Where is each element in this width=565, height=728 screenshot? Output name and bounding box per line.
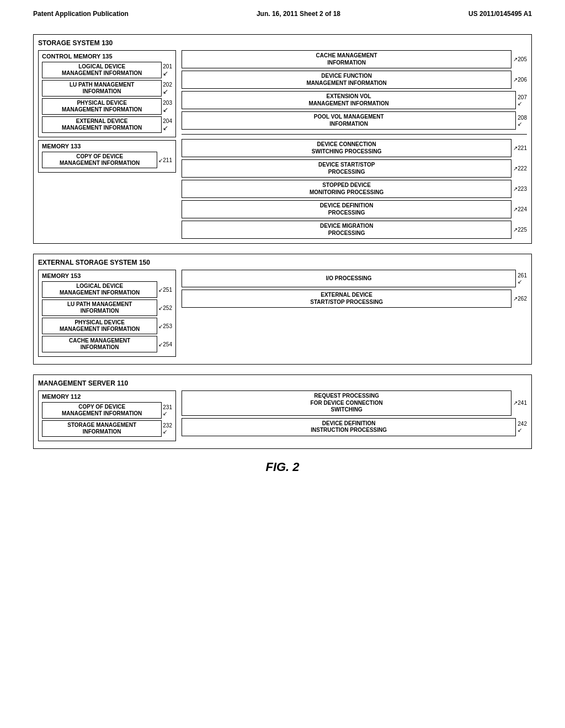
mgmt-mem-item-0: COPY OF DEVICEMANAGEMENT INFORMATION 231… (42, 402, 172, 419)
ext-right-ref-1: ↗262 (513, 296, 527, 302)
ctrl-ref-3: 204 (163, 118, 172, 124)
ctrl-ref-2: 203 (163, 100, 172, 106)
right-bot-ref-3: ↗224 (513, 206, 527, 212)
right-top-row-0: CACHE MANAGEMENTINFORMATION ↗205 (182, 50, 527, 68)
ext-mem-ref-1: ↙252 (158, 305, 172, 311)
ext-right-ref-0: 261↙ (518, 272, 527, 285)
right-top-label-3: POOL VOL MANAGEMENTINFORMATION (182, 111, 516, 130)
right-top-ref-1: ↗206 (513, 77, 527, 83)
ext-mem-label-1: LU PATH MANAGEMENTINFORMATION (42, 299, 157, 316)
mgmt-mem-ref-0: 231↙ (163, 404, 172, 416)
ext-mem-ref-0: ↙251 (158, 287, 172, 293)
ctrl-item-3: EXTERNAL DEVICEMANAGEMENT INFORMATION 20… (42, 116, 172, 133)
mgmt-memory-box: MEMORY 112 COPY OF DEVICEMANAGEMENT INFO… (38, 390, 176, 441)
ctrl-item-1: LU PATH MANAGEMENTINFORMATION 202 ↙ (42, 80, 172, 97)
ext-mem-item-1: LU PATH MANAGEMENTINFORMATION ↙252 (42, 299, 172, 316)
right-bot-row-0: DEVICE CONNECTIONSWITCHING PROCESSING ↗2… (182, 139, 527, 157)
ext-right-row-1: EXTERNAL DEVICESTART/STOP PROCESSING ↗26… (182, 290, 527, 308)
header-right: US 2011/0145495 A1 (468, 10, 532, 18)
mgmt-right-label-1: DEVICE DEFINITIONINSTRUCTION PROCESSING (182, 418, 516, 436)
ctrl-label-2: PHYSICAL DEVICEMANAGEMENT INFORMATION (42, 98, 162, 115)
header-left: Patent Application Publication (33, 10, 129, 18)
ext-memory-title: MEMORY 153 (42, 272, 172, 279)
page-header: Patent Application Publication Jun. 16, … (0, 0, 565, 23)
right-bottom-procs: DEVICE CONNECTIONSWITCHING PROCESSING ↗2… (182, 139, 527, 239)
header-center: Jun. 16, 2011 Sheet 2 of 18 (257, 10, 340, 18)
memory-133-title: MEMORY 133 (42, 143, 172, 149)
right-top-row-2: EXTENSION VOLMANAGEMENT INFORMATION 207↙ (182, 91, 527, 109)
external-storage-box: EXTERNAL STORAGE SYSTEM 150 MEMORY 153 L… (33, 254, 532, 365)
right-bot-row-1: DEVICE START/STOPPROCESSING ↗222 (182, 159, 527, 178)
right-top-ref-0: ↗205 (513, 56, 527, 62)
mgmt-memory-title: MEMORY 112 (42, 393, 172, 400)
ext-mem-ref-3: ↙254 (158, 341, 172, 347)
ctrl-label-3: EXTERNAL DEVICEMANAGEMENT INFORMATION (42, 116, 162, 133)
storage-left-col: CONTROL MEMORY 135 LOGICAL DEVICEMANAGEM… (38, 50, 176, 239)
mgmt-right-ref-0: ↗241 (513, 400, 527, 406)
right-bot-label-2: STOPPED DEVICEMONITORING PROCESSING (182, 180, 511, 198)
right-top-label-0: CACHE MANAGEMENTINFORMATION (182, 50, 511, 68)
mem-item-0: COPY OF DEVICEMANAGEMENT INFORMATION ↙21… (42, 152, 172, 168)
right-bot-ref-0: ↗221 (513, 145, 527, 151)
ctrl-arrow-2: ↙ (163, 106, 168, 114)
ext-left-col: MEMORY 153 LOGICAL DEVICEMANAGEMENT INFO… (38, 270, 176, 360)
ctrl-ref-0: 201 (163, 63, 172, 69)
mgmt-right-col: REQUEST PROCESSINGFOR DEVICE CONNECTIONS… (182, 390, 527, 444)
management-server-box: MANAGEMENT SERVER 110 MEMORY 112 COPY OF… (33, 374, 532, 449)
ext-mem-item-3: CACHE MANAGEMENTINFORMATION ↙254 (42, 336, 172, 352)
right-bot-label-4: DEVICE MIGRATIONPROCESSING (182, 221, 511, 239)
mgmt-right-procs: REQUEST PROCESSINGFOR DEVICE CONNECTIONS… (182, 390, 527, 436)
right-top-label-1: DEVICE FUNCTIONMANAGEMENT INFORMATION (182, 71, 511, 89)
mgmt-mem-item-1: STORAGE MANAGEMENTINFORMATION 232↙ (42, 420, 172, 437)
right-bot-ref-4: ↗225 (513, 227, 527, 233)
ctrl-arrow-0: ↙ (163, 69, 168, 77)
right-bot-row-3: DEVICE DEFINITIONPROCESSING ↗224 (182, 200, 527, 218)
ctrl-item-0: LOGICAL DEVICEMANAGEMENT INFORMATION 201… (42, 62, 172, 78)
ctrl-arrow-1: ↙ (163, 88, 168, 95)
mgmt-right-ref-1: 242↙ (518, 421, 527, 433)
right-bot-ref-1: ↗222 (513, 165, 527, 172)
storage-top-layout: CONTROL MEMORY 135 LOGICAL DEVICEMANAGEM… (38, 50, 527, 239)
storage-system-box: STORAGE SYSTEM 130 CONTROL MEMORY 135 LO… (33, 34, 532, 244)
control-memory-box: CONTROL MEMORY 135 LOGICAL DEVICEMANAGEM… (38, 50, 176, 137)
mgmt-layout: MEMORY 112 COPY OF DEVICEMANAGEMENT INFO… (38, 390, 527, 444)
ext-memory-box: MEMORY 153 LOGICAL DEVICEMANAGEMENT INFO… (38, 270, 176, 357)
mem-label-0: COPY OF DEVICEMANAGEMENT INFORMATION (42, 152, 157, 168)
ext-mem-label-3: CACHE MANAGEMENTINFORMATION (42, 336, 157, 352)
right-divider (182, 134, 527, 135)
main-content: STORAGE SYSTEM 130 CONTROL MEMORY 135 LO… (0, 23, 565, 485)
external-storage-title: EXTERNAL STORAGE SYSTEM 150 (38, 259, 527, 266)
ext-mem-label-2: PHYSICAL DEVICEMANAGEMENT INFORMATION (42, 318, 157, 334)
right-top-label-2: EXTENSION VOLMANAGEMENT INFORMATION (182, 91, 516, 109)
right-bot-ref-2: ↗223 (513, 186, 527, 192)
right-bot-label-3: DEVICE DEFINITIONPROCESSING (182, 200, 511, 218)
ext-mem-label-0: LOGICAL DEVICEMANAGEMENT INFORMATION (42, 281, 157, 298)
right-top-ref-3: 208↙ (518, 115, 527, 127)
right-bot-row-4: DEVICE MIGRATIONPROCESSING ↗225 (182, 221, 527, 239)
ext-right-procs: I/O PROCESSING 261↙ EXTERNAL DEVICESTART… (182, 270, 527, 308)
mgmt-mem-label-1: STORAGE MANAGEMENTINFORMATION (42, 420, 162, 437)
right-bot-label-0: DEVICE CONNECTIONSWITCHING PROCESSING (182, 139, 511, 157)
mgmt-mem-ref-1: 232↙ (163, 422, 172, 435)
right-bot-row-2: STOPPED DEVICEMONITORING PROCESSING ↗223 (182, 180, 527, 198)
ext-mem-item-0: LOGICAL DEVICEMANAGEMENT INFORMATION ↙25… (42, 281, 172, 298)
right-top-ref-2: 207↙ (518, 94, 527, 106)
fig-caption: FIG. 2 (33, 460, 532, 474)
memory-133-box: MEMORY 133 COPY OF DEVICEMANAGEMENT INFO… (38, 140, 176, 173)
management-server-title: MANAGEMENT SERVER 110 (38, 379, 527, 387)
storage-system-title: STORAGE SYSTEM 130 (38, 39, 527, 47)
right-top-procs: CACHE MANAGEMENTINFORMATION ↗205 DEVICE … (182, 50, 527, 130)
mgmt-right-row-1: DEVICE DEFINITIONINSTRUCTION PROCESSING … (182, 418, 527, 436)
ext-mem-ref-2: ↙253 (158, 323, 172, 329)
ctrl-label-0: LOGICAL DEVICEMANAGEMENT INFORMATION (42, 62, 162, 78)
ctrl-ref-1: 202 (163, 82, 172, 88)
storage-right-col: CACHE MANAGEMENTINFORMATION ↗205 DEVICE … (182, 50, 527, 239)
right-bot-label-1: DEVICE START/STOPPROCESSING (182, 159, 511, 178)
right-top-row-1: DEVICE FUNCTIONMANAGEMENT INFORMATION ↗2… (182, 71, 527, 89)
ctrl-label-1: LU PATH MANAGEMENTINFORMATION (42, 80, 162, 97)
right-top-row-3: POOL VOL MANAGEMENTINFORMATION 208↙ (182, 111, 527, 130)
control-memory-title: CONTROL MEMORY 135 (42, 53, 172, 60)
mgmt-left-col: MEMORY 112 COPY OF DEVICEMANAGEMENT INFO… (38, 390, 176, 444)
ext-right-label-0: I/O PROCESSING (182, 270, 516, 287)
ext-right-label-1: EXTERNAL DEVICESTART/STOP PROCESSING (182, 290, 511, 308)
